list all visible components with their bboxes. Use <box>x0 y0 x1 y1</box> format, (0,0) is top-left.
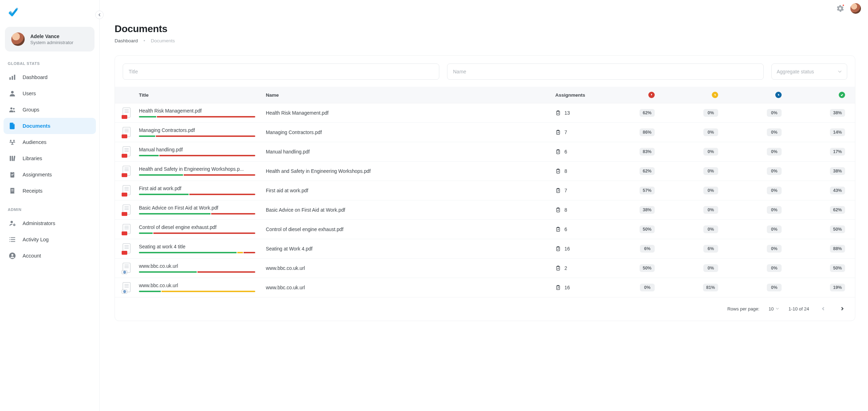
profile-avatar-button[interactable] <box>850 3 861 14</box>
pagination-range: 1-10 of 24 <box>788 306 809 312</box>
stat-yellow: 0% <box>703 264 718 272</box>
sidebar-item-label: Users <box>23 91 36 96</box>
chevron-down-icon <box>838 69 842 74</box>
stat-red: 6% <box>640 245 655 253</box>
th-assignments[interactable]: Assignments <box>552 87 601 103</box>
sidebar-item-receipts[interactable]: Receipts <box>4 183 96 199</box>
stat-red: 83% <box>640 148 655 156</box>
th-name[interactable]: Name <box>262 87 552 103</box>
pagination-prev-button[interactable] <box>818 304 828 314</box>
sidebar-item-documents[interactable]: Documents <box>4 118 96 134</box>
sidebar: Adele Vance System administrator GLOBAL … <box>0 0 100 411</box>
aggregate-status-select[interactable]: Aggregate status <box>771 64 847 80</box>
nav-admin: AdministratorsActivity LogAccount <box>0 214 99 270</box>
table-row[interactable]: Health and Safety in Engineering Worksho… <box>115 162 855 181</box>
user-name: Adele Vance <box>30 34 73 39</box>
stat-yellow: 6% <box>703 245 718 253</box>
clipboard-check-icon <box>555 226 561 232</box>
sidebar-item-label: Account <box>23 253 41 259</box>
table-row[interactable]: Health Risk Management.pdfHealth Risk Ma… <box>115 103 855 123</box>
table-row[interactable]: Managing Contractors.pdfManaging Contrac… <box>115 123 855 142</box>
sidebar-item-audiences[interactable]: Audiences <box>4 134 96 150</box>
user-card[interactable]: Adele Vance System administrator <box>5 27 94 52</box>
users-icon <box>8 106 16 114</box>
rows-per-page-select[interactable]: 10 <box>769 306 779 312</box>
sidebar-item-label: Dashboard <box>23 74 48 80</box>
url-file-icon <box>123 282 131 293</box>
doc-title: Health and Safety in Engineering Worksho… <box>139 167 255 172</box>
doc-name: Basic Advice on First Aid at Work.pdf <box>262 200 552 220</box>
aggregate-status-placeholder: Aggregate status <box>777 69 814 74</box>
svg-rect-13 <box>11 171 13 173</box>
sidebar-collapse-button[interactable] <box>95 11 104 19</box>
clipboard-check-icon <box>555 110 561 116</box>
stat-blue: 0% <box>767 225 782 233</box>
title-filter-input[interactable] <box>123 64 439 80</box>
name-filter-input[interactable] <box>447 64 764 80</box>
pdf-file-icon <box>123 146 131 157</box>
stat-yellow: 0% <box>703 206 718 214</box>
sidebar-item-label: Libraries <box>23 156 42 161</box>
sidebar-item-dashboard[interactable]: Dashboard <box>4 69 96 85</box>
sidebar-item-label: Groups <box>23 107 39 113</box>
clipboard-check-icon <box>555 149 561 155</box>
table-row[interactable]: www.bbc.co.uk.urlwww.bbc.co.uk.url160%81… <box>115 278 855 297</box>
doc-name: Health and Safety in Engineering Worksho… <box>262 162 552 181</box>
assignments-cell: 7 <box>555 188 598 193</box>
status-overdue-icon <box>648 92 655 98</box>
clipboard-check-icon <box>555 246 561 252</box>
svg-point-6 <box>10 140 11 141</box>
svg-point-5 <box>13 108 15 110</box>
rows-per-page-value: 10 <box>769 306 774 312</box>
logo-area <box>0 0 99 25</box>
nav-global: DashboardUsersGroupsDocumentsAudiencesLi… <box>0 68 99 205</box>
table-row[interactable]: Seating at work 4 titleSeating at Work 4… <box>115 239 855 259</box>
th-status-pending <box>665 87 728 103</box>
doc-name: Managing Contractors.pdf <box>262 123 552 142</box>
table-row[interactable]: Manual handling.pdfManual handling.pdf68… <box>115 142 855 162</box>
progress-bar <box>139 116 255 117</box>
assignments-cell: 8 <box>555 207 598 213</box>
file-icon <box>8 122 16 130</box>
breadcrumb-current: Documents <box>151 38 175 43</box>
table-row[interactable]: Basic Advice on First Aid at Work.pdfBas… <box>115 200 855 220</box>
svg-rect-11 <box>13 156 16 161</box>
doc-title: Manual handling.pdf <box>139 147 255 152</box>
sidebar-item-libraries[interactable]: Libraries <box>4 150 96 167</box>
stat-yellow: 0% <box>703 148 718 156</box>
receipt-icon <box>8 187 16 195</box>
settings-button[interactable] <box>836 5 844 12</box>
progress-bar <box>139 174 255 176</box>
documents-table: Title Name Assignments Health Risk Manag… <box>115 87 855 297</box>
table-row[interactable]: Control of diesel engine exhaust.pdfCont… <box>115 220 855 239</box>
chevron-down-icon <box>776 307 779 310</box>
library-icon <box>8 155 16 162</box>
assignments-cell: 2 <box>555 265 598 271</box>
sidebar-item-assignments[interactable]: Assignments <box>4 167 96 183</box>
notification-dot <box>842 4 845 7</box>
sidebar-item-administrators[interactable]: Administrators <box>4 215 96 231</box>
nav-heading-global: GLOBAL STATS <box>0 59 99 68</box>
sidebar-item-account[interactable]: Account <box>4 248 96 264</box>
pagination: Rows per page: 10 1-10 of 24 <box>115 297 855 321</box>
th-title[interactable]: Title <box>135 87 262 103</box>
sidebar-item-groups[interactable]: Groups <box>4 102 96 118</box>
table-row[interactable]: First aid at work.pdfFirst aid at work.p… <box>115 181 855 200</box>
th-status-inprogress <box>728 87 791 103</box>
sidebar-item-users[interactable]: Users <box>4 85 96 102</box>
stat-red: 50% <box>640 225 655 233</box>
stat-red: 50% <box>640 264 655 272</box>
table-row[interactable]: www.bbc.co.uk.urlwww.bbc.co.uk.url250%0%… <box>115 259 855 278</box>
doc-name: First aid at work.pdf <box>262 181 552 200</box>
stat-yellow: 0% <box>703 109 718 117</box>
sidebar-item-activity-log[interactable]: Activity Log <box>4 231 96 248</box>
assignments-cell: 8 <box>555 168 598 174</box>
pagination-next-button[interactable] <box>837 304 847 314</box>
sidebar-item-label: Assignments <box>23 172 52 177</box>
assignments-cell: 16 <box>555 246 598 252</box>
svg-point-3 <box>11 91 13 93</box>
stat-yellow: 0% <box>703 187 718 194</box>
chevron-left-icon <box>821 307 825 311</box>
user-role: System administrator <box>30 40 73 45</box>
breadcrumb-root[interactable]: Dashboard <box>115 38 138 43</box>
